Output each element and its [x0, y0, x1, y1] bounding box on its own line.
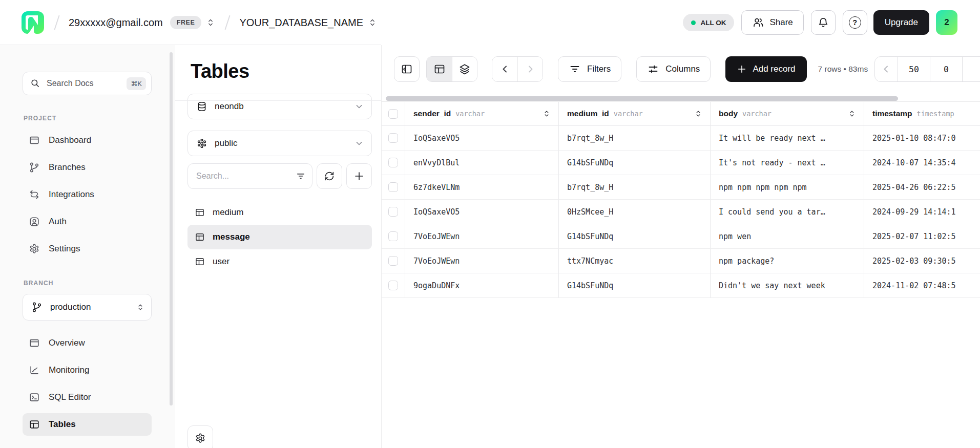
sidebar-item-sql-editor[interactable]: SQL Editor — [23, 386, 152, 409]
filter-icon — [569, 63, 581, 75]
select-all-checkbox[interactable] — [388, 109, 398, 119]
cell-sender-id: 7VoEoJWEwn — [413, 257, 460, 266]
table-row[interactable]: 9ogaDuDNFx G14bSFuNDq Didn't we say next… — [382, 273, 980, 298]
layers-view-button[interactable] — [452, 57, 477, 81]
panel-settings-button[interactable] — [187, 425, 213, 448]
column-type: varchar — [455, 110, 485, 118]
database-selector[interactable]: neondb — [187, 94, 372, 119]
row-checkbox[interactable] — [388, 133, 398, 143]
notifications-button[interactable] — [811, 10, 836, 35]
sidebar-scrollbar[interactable] — [170, 52, 173, 406]
search-docs-label: Search Docs — [47, 79, 94, 88]
cell-timestamp: 2025-04-26 06:22:5 — [872, 183, 956, 192]
filters-button[interactable]: Filters — [558, 56, 621, 82]
row-checkbox[interactable] — [388, 158, 398, 167]
column-header-timestamp[interactable]: timestamp timestamp — [864, 102, 980, 125]
top-bar: 29xxxxx@gmail.com FREE YOUR_DATABASE_NAM… — [0, 0, 980, 45]
upgrade-button[interactable]: Upgrade — [873, 10, 929, 35]
tables-panel: Tables neondb public — [175, 45, 381, 448]
cell-sender-id: 9ogaDuDNFx — [413, 281, 460, 290]
sort-icon[interactable] — [542, 109, 551, 118]
grid-view-button[interactable] — [427, 57, 452, 81]
table-row[interactable]: 7VoEoJWEwn ttx7NCmyac npm package? 2025-… — [382, 249, 980, 273]
table-list-item-user[interactable]: user — [187, 249, 372, 274]
column-header-medium-id[interactable]: medium_id varchar — [559, 102, 711, 125]
search-icon — [30, 78, 40, 89]
table-name: medium — [213, 207, 243, 218]
page-size-field[interactable]: 50 — [898, 57, 930, 81]
branch-selector[interactable]: production — [23, 294, 152, 321]
notification-count-badge[interactable]: 2 — [936, 10, 957, 35]
schema-selector[interactable]: public — [187, 131, 372, 156]
columns-label: Columns — [665, 64, 700, 74]
collapse-panel-button[interactable] — [394, 56, 420, 82]
cell-medium-id: b7rqt_8w_H — [567, 183, 613, 192]
sliders-icon — [647, 63, 659, 75]
column-name: timestamp — [872, 109, 912, 118]
row-checkbox[interactable] — [388, 231, 398, 241]
sort-icon[interactable] — [847, 109, 857, 118]
schema-icon — [196, 138, 207, 149]
table-row[interactable]: 6z7dkeVLNm b7rqt_8w_H npm npm npm npm np… — [382, 175, 980, 200]
branch-section-label: BRANCH — [24, 280, 175, 287]
neon-logo[interactable] — [20, 10, 45, 35]
cell-sender-id: enVvyDlBul — [413, 158, 460, 167]
column-header-body[interactable]: body varchar — [711, 102, 864, 125]
sort-icon[interactable] — [694, 109, 703, 118]
chevron-left-icon — [880, 63, 892, 75]
row-checkbox[interactable] — [388, 256, 398, 266]
status-badge[interactable]: ALL OK — [683, 14, 734, 31]
table-row[interactable]: IoQSaxeVO5 0HzSMcee_H I could send you a… — [382, 200, 980, 224]
column-header-sender-id[interactable]: sender_id varchar — [405, 102, 559, 125]
grid-header-row: sender_id varchar medium_id varchar body… — [382, 101, 980, 126]
neon-console: 29xxxxx@gmail.com FREE YOUR_DATABASE_NAM… — [0, 0, 980, 448]
sidebar-item-branches[interactable]: Branches — [23, 156, 152, 179]
chevron-down-icon — [354, 138, 364, 148]
table-row[interactable]: IoQSaxeVO5 b7rqt_8w_H It will be ready n… — [382, 126, 980, 151]
table-search — [187, 163, 312, 189]
filters-label: Filters — [587, 64, 611, 74]
table-search-input[interactable] — [187, 163, 312, 189]
sidebar-item-label: Auth — [49, 217, 67, 227]
panel-divider — [175, 100, 381, 101]
account-switcher-icon[interactable] — [205, 17, 216, 28]
nav-back-button[interactable] — [492, 57, 517, 81]
breadcrumb-project[interactable]: YOUR_DATABASE_NAME — [239, 17, 363, 29]
sidebar-item-dashboard[interactable]: Dashboard — [23, 129, 152, 152]
sidebar-item-settings[interactable]: Settings — [23, 238, 152, 260]
nav-forward-button[interactable] — [517, 57, 543, 81]
project-switcher-icon[interactable] — [367, 17, 378, 28]
row-checkbox[interactable] — [388, 182, 398, 192]
table-list-item-medium[interactable]: medium — [187, 200, 372, 225]
sidebar-item-auth[interactable]: Auth — [23, 210, 152, 233]
sidebar-item-label: Overview — [49, 338, 85, 348]
cell-sender-id: 7VoEoJWEwn — [413, 232, 460, 241]
columns-button[interactable]: Columns — [636, 56, 711, 82]
search-docs-button[interactable]: Search Docs ⌘K — [23, 72, 152, 95]
row-checkbox[interactable] — [388, 207, 398, 217]
row-checkbox[interactable] — [388, 281, 398, 290]
database-icon — [196, 101, 207, 112]
filter-icon[interactable] — [296, 171, 306, 181]
sidebar-item-label: Integrations — [49, 189, 94, 200]
sidebar-item-overview[interactable]: Overview — [23, 332, 152, 354]
sidebar-item-label: SQL Editor — [49, 392, 91, 402]
share-button[interactable]: Share — [741, 10, 803, 35]
add-record-button[interactable]: Add record — [725, 56, 806, 82]
refresh-button[interactable] — [317, 163, 342, 189]
sidebar-item-monitoring[interactable]: Monitoring — [23, 359, 152, 381]
horizontal-scrollbar[interactable] — [386, 96, 898, 101]
page-offset-field[interactable]: 0 — [930, 57, 962, 81]
page-prev-button[interactable] — [875, 57, 898, 81]
sidebar-item-tables[interactable]: Tables — [23, 413, 152, 436]
create-table-button[interactable] — [346, 163, 372, 189]
breadcrumb-account[interactable]: 29xxxxx@gmail.com — [69, 17, 163, 29]
column-name: medium_id — [567, 109, 609, 118]
table-list-item-message[interactable]: message — [187, 225, 372, 249]
help-button[interactable]: ? — [843, 10, 867, 35]
table-row[interactable]: 7VoEoJWEwn G14bSFuNDq npm wen 2025-02-07… — [382, 224, 980, 249]
branch-selector-value: production — [50, 302, 91, 312]
table-row[interactable]: enVvyDlBul G14bSFuNDq It's not ready - n… — [382, 151, 980, 175]
sidebar-item-integrations[interactable]: Integrations — [23, 183, 152, 206]
sidebar-item-label: Dashboard — [49, 135, 91, 145]
